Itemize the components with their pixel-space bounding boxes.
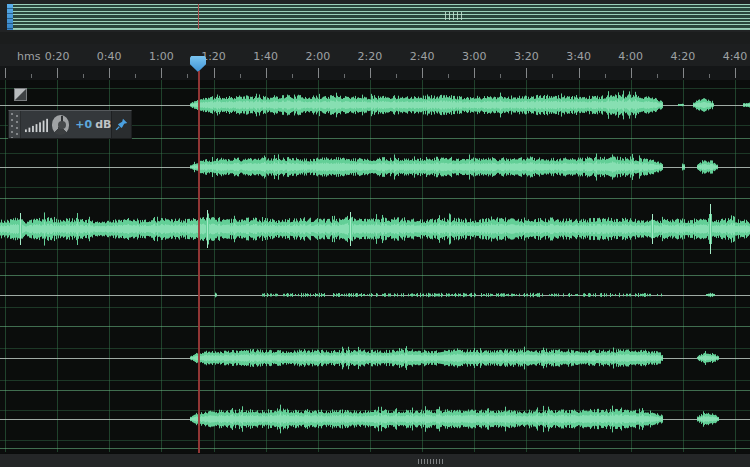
- ruler-time-label: 3:00: [462, 50, 487, 63]
- gain-unit: dB: [95, 118, 111, 131]
- ruler-major-tick: [318, 68, 319, 78]
- ruler-minor-tick: [135, 74, 136, 78]
- ruler-minor-tick: [552, 74, 553, 78]
- scrollbar-grip-icon[interactable]: [418, 459, 444, 464]
- ruler-time-label: 2:00: [305, 50, 330, 63]
- navigator-playhead-line: [198, 4, 199, 29]
- ruler-minor-tick: [83, 74, 84, 78]
- ruler-major-tick: [266, 68, 267, 78]
- ruler-major-tick: [735, 68, 736, 78]
- ruler-minor-tick: [344, 74, 345, 78]
- ruler-minor-tick: [240, 74, 241, 78]
- navigator-overview-strip[interactable]: [13, 4, 750, 30]
- ruler-major-tick: [683, 68, 684, 78]
- ruler-time-label: 1:40: [253, 50, 278, 63]
- navigator-grip-icon[interactable]: [445, 12, 462, 20]
- pin-button[interactable]: [111, 111, 131, 138]
- pin-icon: [115, 118, 128, 131]
- ruler-unit-label[interactable]: hms: [17, 50, 40, 63]
- ruler-time-label: 4:40: [723, 50, 748, 63]
- ruler-major-tick: [214, 68, 215, 78]
- playhead-line[interactable]: [198, 71, 200, 453]
- ruler-time-label: 1:00: [149, 50, 174, 63]
- ruler-time-label: 2:20: [358, 50, 383, 63]
- ruler-time-label: 2:40: [410, 50, 435, 63]
- ruler-time-label: 0:40: [97, 50, 122, 63]
- ruler-time-label: 4:00: [618, 50, 643, 63]
- ruler-major-tick: [370, 68, 371, 78]
- ruler-major-tick: [474, 68, 475, 78]
- ruler-major-tick: [526, 68, 527, 78]
- track-controls-panel[interactable]: +0dB: [8, 110, 132, 139]
- ruler-minor-tick: [605, 74, 606, 78]
- ruler-time-label: 3:40: [566, 50, 591, 63]
- ruler-minor-tick: [657, 74, 658, 78]
- horizontal-scrollbar[interactable]: [0, 453, 750, 467]
- ruler-minor-tick: [709, 74, 710, 78]
- ruler-major-tick: [631, 68, 632, 78]
- gain-value[interactable]: +0: [75, 118, 92, 131]
- ruler-tick-band: [0, 66, 750, 80]
- ruler-major-tick: [579, 68, 580, 78]
- timeline-navigator[interactable]: [0, 0, 750, 32]
- ruler-time-label: 4:20: [670, 50, 695, 63]
- track-swatch-icon: [14, 88, 27, 101]
- timeline-ruler[interactable]: hms 0:200:401:001:201:402:002:202:403:00…: [0, 44, 750, 80]
- ruler-minor-tick: [448, 74, 449, 78]
- ruler-minor-tick: [187, 74, 188, 78]
- level-meter-icon: [25, 117, 48, 133]
- panel-drag-handle-icon[interactable]: [9, 111, 21, 138]
- ruler-major-tick: [161, 68, 162, 78]
- ruler-major-tick: [109, 68, 110, 78]
- tracks-area[interactable]: +0dB: [0, 80, 750, 453]
- multitrack-audio-editor: hms 0:200:401:001:201:402:002:202:403:00…: [0, 0, 750, 467]
- ruler-minor-tick: [500, 74, 501, 78]
- gain-readout[interactable]: +0dB: [75, 118, 111, 131]
- ruler-major-tick: [422, 68, 423, 78]
- gain-knob[interactable]: [52, 115, 70, 135]
- ruler-minor-tick: [396, 74, 397, 78]
- ruler-time-label: 0:20: [45, 50, 70, 63]
- ruler-minor-tick: [31, 74, 32, 78]
- ruler-minor-tick: [292, 74, 293, 78]
- ruler-major-tick: [57, 68, 58, 78]
- ruler-major-tick: [5, 68, 6, 78]
- ruler-time-label: 3:20: [514, 50, 539, 63]
